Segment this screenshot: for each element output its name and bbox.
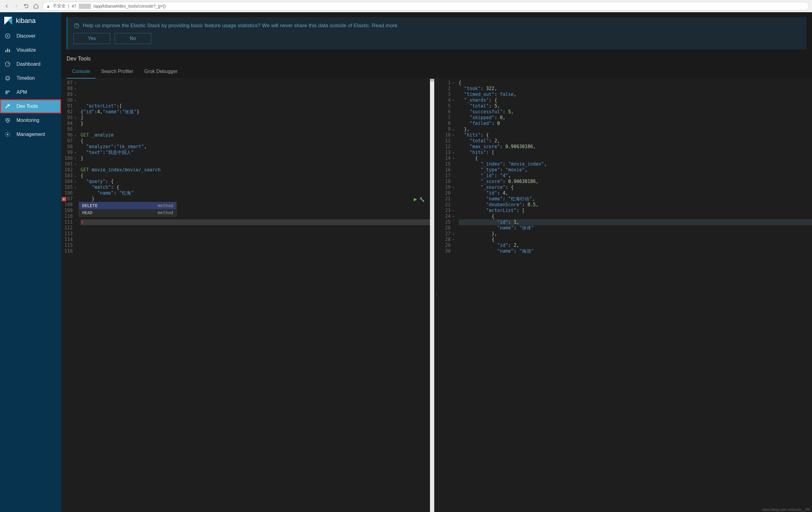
editor-pane[interactable]: 87▾88▾89▴90▴919293▾949596▴979899▾100▾101… (61, 79, 434, 512)
svg-rect-2 (7, 49, 8, 52)
tab-search-profiler[interactable]: Search Profiler (95, 65, 139, 79)
help-icon (74, 23, 80, 29)
gear-icon (4, 131, 11, 138)
run-query-button[interactable]: ▶ (414, 196, 417, 202)
watermark-link: https://blog.csdn.net/lovely__RR (762, 508, 810, 511)
sidebar-item-label: Dev Tools (17, 104, 38, 109)
svg-point-7 (8, 77, 9, 78)
telemetry-banner: Help us improve the Elastic Stack by pro… (66, 17, 807, 50)
yes-button[interactable]: Yes (74, 33, 110, 44)
sidebar-item-label: Monitoring (17, 118, 39, 123)
apm-icon (4, 89, 11, 95)
editor-scrollbar[interactable] (430, 79, 434, 512)
url-bar[interactable]: ▲ 不安全 | 47 ████ /app/kibana#/dev_tools/c… (42, 2, 809, 10)
bar-chart-icon (4, 47, 11, 54)
sidebar-item-apm[interactable]: APM (0, 85, 61, 99)
warning-icon: ▲ (46, 4, 50, 8)
tabs: Console Search Profiler Grok Debugger (61, 65, 812, 79)
sidebar-item-label: Dashboard (17, 61, 40, 67)
banner-text: Help us improve the Elastic Stack by pro… (83, 23, 398, 29)
sidebar-item-discover[interactable]: Discover (0, 29, 61, 43)
request-options-button[interactable]: 🔧 (419, 197, 425, 202)
output-gutter: 1▾234▾56789▴10▾111213▾14▾1516171819▾2021… (439, 79, 457, 512)
autocomplete-item[interactable]: DELETEmethod (79, 202, 176, 209)
main-content: Help us improve the Elastic Stack by pro… (61, 12, 812, 512)
sidebar-item-label: Management (17, 132, 45, 137)
gauge-icon (4, 61, 11, 67)
url-prefix: 47 (72, 4, 77, 8)
autocomplete-item[interactable]: HEADmethod (79, 209, 176, 216)
sidebar-item-monitoring[interactable]: Monitoring (0, 113, 61, 127)
output-pane[interactable]: 1▾234▾56789▴10▾111213▾14▾1516171819▾2021… (439, 79, 812, 512)
timelion-icon (4, 75, 11, 82)
error-marker-icon: ✕ (62, 197, 66, 201)
sidebar-item-visualize[interactable]: Visualize (0, 43, 61, 57)
compass-icon (4, 33, 11, 39)
url-suffix: /app/kibana#/dev_tools/console?_g=() (93, 4, 166, 8)
browser-bar: ▲ 不安全 | 47 ████ /app/kibana#/dev_tools/c… (0, 0, 812, 12)
sidebar-item-label: Timelion (17, 76, 35, 81)
output-code[interactable]: { "took": 322, "timed_out": false, "_sha… (457, 79, 812, 512)
heartbeat-icon (4, 117, 11, 124)
editor-code[interactable]: ▶ 🔧 "actorList":[{"id":4,"name":"张晨"}]}G… (79, 79, 430, 512)
reload-button[interactable] (23, 2, 30, 10)
kibana-logo-icon (4, 16, 13, 25)
sidebar-item-label: APM (17, 89, 27, 95)
brand[interactable]: kibana (0, 12, 61, 29)
back-button[interactable] (3, 2, 10, 10)
svg-point-6 (6, 77, 7, 78)
wrench-icon (4, 103, 11, 110)
no-button[interactable]: No (115, 33, 151, 44)
page-title: Dev Tools (61, 50, 812, 65)
sidebar-item-management[interactable]: Management (0, 127, 61, 141)
tab-console[interactable]: Console (66, 65, 95, 79)
svg-rect-1 (5, 50, 6, 52)
svg-rect-3 (9, 50, 10, 52)
tab-grok-debugger[interactable]: Grok Debugger (139, 65, 183, 79)
home-button[interactable] (32, 2, 40, 10)
pane-splitter[interactable]: ⋮ (434, 79, 439, 512)
svg-rect-8 (5, 91, 10, 92)
security-label: 不安全 (53, 3, 66, 9)
sidebar-item-dashboard[interactable]: Dashboard (0, 57, 61, 71)
sidebar-item-dev-tools[interactable]: Dev Tools (0, 99, 61, 113)
svg-point-11 (7, 134, 8, 135)
autocomplete-popup[interactable]: DELETEmethodHEADmethod (79, 202, 176, 217)
sidebar-item-label: Visualize (17, 47, 36, 53)
sidebar: kibana Discover Visualize Dashboard Time… (0, 12, 61, 512)
svg-rect-9 (5, 92, 8, 93)
svg-rect-10 (5, 93, 8, 94)
sidebar-item-label: Discover (17, 33, 35, 39)
sidebar-item-timelion[interactable]: Timelion (0, 71, 61, 85)
svg-point-5 (5, 76, 9, 80)
forward-button[interactable] (13, 2, 20, 10)
brand-name: kibana (16, 17, 36, 25)
editor-gutter: 87▾88▾89▴90▴919293▾949596▴979899▾100▾101… (61, 79, 79, 512)
